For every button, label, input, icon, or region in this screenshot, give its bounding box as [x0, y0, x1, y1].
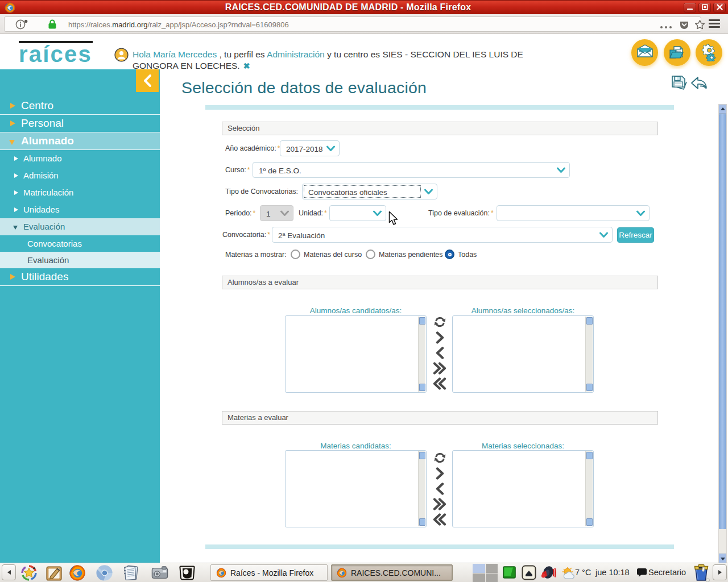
sidebar-item-convocatorias[interactable]: Convocatorias	[0, 235, 160, 252]
messages-button[interactable]	[631, 39, 658, 66]
refresh-icon[interactable]	[432, 316, 448, 331]
move-all-right-icon[interactable]	[432, 498, 448, 513]
audio-tray-icon[interactable]	[540, 565, 557, 581]
convocatoria-select[interactable]: 2ª Evaluación	[272, 227, 613, 243]
listbox-scroll-down-button[interactable]	[419, 518, 425, 526]
session-bubble-icon[interactable]	[636, 568, 647, 577]
move-all-right-icon[interactable]	[432, 362, 448, 377]
close-button[interactable]	[713, 3, 726, 13]
sidebar-item-admision[interactable]: Admisión	[0, 167, 160, 184]
menu-hamburger-icon[interactable]	[709, 19, 720, 30]
listbox-scrollbar[interactable]	[585, 451, 593, 526]
alumnos-seleccionados-listbox[interactable]	[452, 315, 594, 393]
listbox-scroll-up-button[interactable]	[586, 317, 593, 325]
bookmark-star-icon[interactable]	[694, 19, 705, 30]
page-scrollbar[interactable]	[718, 104, 727, 563]
sidebar-item-utilidades[interactable]: Utilidades	[0, 268, 160, 286]
alumnos-candidatos-listbox[interactable]	[285, 315, 427, 393]
sidebar-item-personal[interactable]: Personal	[0, 115, 160, 132]
minimize-button[interactable]	[684, 3, 696, 13]
sidebar-item-matriculacion[interactable]: Matriculación	[0, 184, 160, 201]
taskbar-scroll-right-button[interactable]	[713, 564, 727, 580]
radio-label[interactable]: Todas	[458, 251, 477, 259]
chromium-launcher-icon[interactable]	[96, 564, 113, 581]
listbox-scroll-up-button[interactable]	[419, 452, 425, 459]
media-app-icon[interactable]	[179, 564, 196, 581]
listbox-scroll-up-button[interactable]	[419, 317, 425, 325]
move-right-icon[interactable]	[432, 331, 448, 347]
scroll-up-button[interactable]	[719, 105, 726, 114]
user-name[interactable]: Hola María Mercedes	[133, 49, 217, 59]
session-user-text[interactable]: Secretario	[648, 568, 686, 577]
radio-label[interactable]: Materias del curso	[304, 251, 362, 259]
listbox-scroll-up-button[interactable]	[586, 452, 593, 459]
listbox-scrollbar[interactable]	[418, 317, 425, 392]
sidebar-item-alumnado[interactable]: Alumnado	[0, 132, 160, 150]
taskbar-window-raices-ced-active[interactable]: RAICES.CED.COMUNI...	[331, 564, 453, 581]
maximize-button[interactable]	[698, 3, 711, 13]
firefox-launcher-icon[interactable]	[69, 564, 86, 581]
move-right-icon[interactable]	[432, 467, 448, 483]
taskbar-scroll-left-button[interactable]	[2, 564, 16, 580]
workspace-3[interactable]	[473, 573, 485, 582]
https-lock-icon[interactable]	[48, 19, 57, 30]
app-menu-icon[interactable]	[20, 564, 38, 581]
sidebar-item-unidades[interactable]: Unidades	[0, 201, 160, 218]
move-all-left-icon[interactable]	[432, 513, 448, 529]
site-info-icon[interactable]	[15, 19, 28, 30]
sidebar-item-alumnado-sub[interactable]: Alumnado	[0, 150, 160, 167]
page-actions-icon[interactable]	[660, 26, 675, 28]
workspace-1-active[interactable]	[473, 564, 485, 573]
listbox-scroll-down-button[interactable]	[586, 518, 593, 526]
screenshot-app-icon[interactable]	[151, 564, 168, 581]
workspace-pager[interactable]	[473, 563, 498, 582]
scrollbar-thumb[interactable]	[719, 114, 726, 529]
settings-button[interactable]	[696, 39, 722, 66]
listbox-scrollbar[interactable]	[585, 317, 593, 392]
input-device-tray-icon[interactable]	[522, 565, 536, 580]
move-all-left-icon[interactable]	[432, 377, 448, 393]
save-icon[interactable]	[671, 74, 689, 93]
scroll-down-button[interactable]	[719, 554, 726, 563]
radio-materias-pendientes[interactable]	[366, 250, 375, 259]
page-title: Selección de datos de evaluación	[181, 78, 427, 97]
sidebar-item-evaluacion[interactable]: Evaluación	[0, 218, 160, 235]
move-left-icon[interactable]	[432, 347, 448, 362]
journal-app-icon[interactable]	[123, 564, 140, 581]
pocket-icon[interactable]	[679, 20, 689, 30]
radio-dot	[448, 253, 452, 256]
unidad-select[interactable]	[329, 205, 386, 221]
notes-app-icon[interactable]	[46, 564, 63, 581]
sidebar-item-centro[interactable]: Centro	[0, 97, 160, 115]
display-tray-icon[interactable]	[503, 566, 516, 579]
refrescar-button[interactable]: Refrescar	[617, 227, 654, 243]
materias-seleccionadas-listbox[interactable]	[452, 450, 594, 527]
documents-button[interactable]	[664, 39, 690, 66]
tipo-evaluacion-select[interactable]	[497, 205, 650, 221]
workspace-4[interactable]	[486, 573, 498, 582]
materias-candidatas-listbox[interactable]	[285, 450, 427, 527]
move-left-icon[interactable]	[432, 483, 448, 498]
gear-icon	[701, 44, 718, 61]
weather-icon[interactable]	[562, 567, 576, 579]
radio-todas-selected[interactable]	[445, 250, 454, 259]
curso-select[interactable]: 1º de E.S.O.	[253, 162, 570, 178]
listbox-scroll-down-button[interactable]	[586, 384, 593, 391]
address-bar[interactable]: https://raices.madrid.org/raiz_app/jsp/A…	[4, 16, 701, 32]
tipo-convocatorias-select[interactable]: Convocatorias oficiales	[302, 184, 437, 199]
listbox-scrollbar[interactable]	[418, 451, 425, 526]
undo-icon[interactable]	[690, 76, 708, 92]
taskbar-window-raices[interactable]: Raíces - Mozilla Firefox	[210, 564, 328, 581]
refresh-icon[interactable]	[432, 452, 448, 467]
trash-tray-icon[interactable]	[692, 563, 711, 582]
sidebar-item-evaluacion-leaf[interactable]: Evaluación	[0, 252, 160, 268]
workspace-2[interactable]	[486, 564, 498, 573]
anio-select[interactable]: 2017-2018	[280, 140, 340, 156]
sidebar-collapse-button[interactable]	[136, 69, 159, 92]
radio-label[interactable]: Materias pendientes	[379, 251, 443, 259]
user-avatar[interactable]	[114, 48, 129, 62]
radio-materias-del-curso[interactable]	[291, 250, 300, 259]
listbox-scroll-down-button[interactable]	[419, 384, 425, 391]
clock-text[interactable]: jue 10:18	[595, 568, 630, 577]
profile-name[interactable]: Administración	[267, 49, 325, 59]
